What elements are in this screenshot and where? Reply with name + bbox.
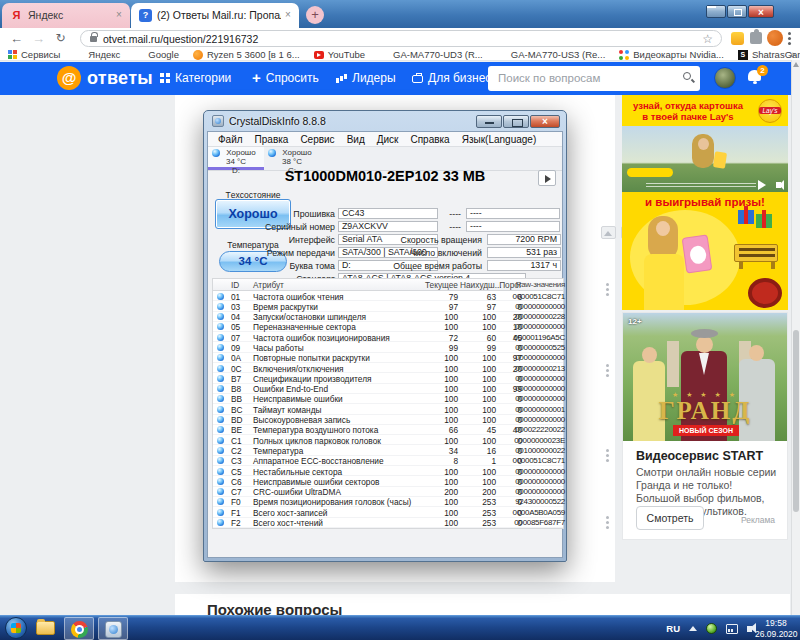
table-row[interactable]: 0AПовторные попытки раскрутки10010097000… xyxy=(213,353,563,363)
cdi-menu-item[interactable]: Язык(Language) xyxy=(456,134,543,145)
forward-icon[interactable]: → xyxy=(30,30,47,47)
cdi-menu-item[interactable]: Правка xyxy=(249,134,295,145)
play-icon[interactable] xyxy=(758,180,766,190)
otvety-logo[interactable]: @ ответы xyxy=(57,66,153,90)
table-row[interactable]: BCТаймаут команды1001000000000000001 xyxy=(213,404,563,414)
table-row[interactable]: C7CRC-ошибки UltraDMA2002000000000000000 xyxy=(213,487,563,497)
back-icon[interactable]: ← xyxy=(8,30,25,47)
speaker-icon[interactable] xyxy=(747,626,752,632)
table-row[interactable]: 0CВключения/отключения100100200000000002… xyxy=(213,363,563,373)
grand-poster-illustration[interactable]: ★ ★ ★ ★ ★ ГРАНД НОВЫЙ СЕЗОН 12+ xyxy=(623,313,787,441)
nav-leaders[interactable]: Лидеры xyxy=(336,71,396,85)
cdi-maximize-button[interactable] xyxy=(503,115,529,128)
watch-button[interactable]: Смотреть xyxy=(636,506,704,530)
table-row[interactable]: C1Полных циклов парковок головок10010000… xyxy=(213,435,563,445)
cell-worst: 1 xyxy=(460,456,496,466)
table-row[interactable]: 03Время раскрутки97970000000000000 xyxy=(213,301,563,311)
window-minimize-button[interactable] xyxy=(706,5,726,18)
start-button[interactable] xyxy=(5,617,27,639)
bookmark-item[interactable]: YouTube xyxy=(314,49,365,60)
bookmark-item[interactable]: GA-MA770-UD3 (R... xyxy=(379,49,483,60)
tray-app-icon[interactable] xyxy=(706,623,717,634)
chrome-icon xyxy=(71,621,88,638)
cdi-menu-item[interactable]: Диск xyxy=(371,134,405,145)
drive-tab[interactable]: Хорошо34 °CD: xyxy=(208,147,264,170)
table-row[interactable]: B8Ошибки End-to-End10010099000000000000 xyxy=(213,384,563,394)
table-row[interactable]: C5Нестабильные сектора100100000000000000… xyxy=(213,466,563,476)
cdi-menu-item[interactable]: Вид xyxy=(341,134,371,145)
cell-raw: 000000000525 xyxy=(507,343,565,352)
language-indicator[interactable]: RU xyxy=(666,623,680,634)
browser-tab-yandex[interactable]: Я Яндекс × xyxy=(2,3,130,28)
wallet-extension-icon[interactable] xyxy=(731,32,744,45)
bookmarks-overflow-chevron[interactable]: » xyxy=(789,49,795,60)
cdi-titlebar[interactable]: CrystalDiskInfo 8.8.8 xyxy=(212,115,326,127)
table-row[interactable]: 07Частота ошибок позиционирования7260450… xyxy=(213,332,563,342)
attachment-thumbnail[interactable] xyxy=(601,226,616,239)
mute-speaker-icon[interactable] xyxy=(776,182,781,188)
tab-close-icon[interactable]: × xyxy=(282,9,294,21)
table-row[interactable]: F1Всего хост-записей10025300000A5B0A059 xyxy=(213,507,563,517)
new-tab-button[interactable]: + xyxy=(306,6,324,24)
chrome-taskbar-button[interactable] xyxy=(64,617,94,640)
browser-menu-icon[interactable] xyxy=(788,32,791,35)
profile-avatar[interactable] xyxy=(767,30,783,46)
answer-menu-icon[interactable] xyxy=(606,283,609,286)
answer-menu-icon[interactable] xyxy=(606,449,609,452)
window-close-button[interactable]: × xyxy=(748,5,774,18)
table-row[interactable]: BEТемпература воздушного потока664540000… xyxy=(213,425,563,435)
drive-tab[interactable]: Хорошо38 °CC: xyxy=(264,147,320,170)
tab-close-icon[interactable]: × xyxy=(113,9,125,21)
table-row[interactable]: F2Всего хост-чтений1002530000085F687F7 xyxy=(213,518,563,528)
table-row[interactable]: 09Часы работы99990000000000525 xyxy=(213,342,563,352)
table-row[interactable]: BBНеисправимые ошибки1001000000000000000 xyxy=(213,394,563,404)
window-maximize-button[interactable] xyxy=(727,5,747,18)
user-avatar[interactable] xyxy=(714,67,736,89)
bookmark-item[interactable]: Видеокарты Nvidia... xyxy=(619,49,724,60)
tray-expand-arrow-icon[interactable] xyxy=(689,626,697,631)
cdi-close-button[interactable] xyxy=(530,115,560,128)
start-service-ad[interactable]: ★ ★ ★ ★ ★ ГРАНД НОВЫЙ СЕЗОН 12+ Видеосер… xyxy=(622,312,788,540)
table-row[interactable]: B7Спецификации производителя100100000000… xyxy=(213,373,563,383)
nav-categories[interactable]: Категории xyxy=(160,71,231,85)
search-icon[interactable] xyxy=(683,72,691,80)
table-row[interactable]: 04Запуски/остановки шпинделя100100200000… xyxy=(213,312,563,322)
bookmark-item[interactable]: Сервисы xyxy=(8,49,60,60)
table-row[interactable]: BDВысокоуровневая запись1001000000000000… xyxy=(213,415,563,425)
table-row[interactable]: C2Температура34160001000000022 xyxy=(213,445,563,455)
network-icon[interactable] xyxy=(726,624,738,634)
lays-ad-banner[interactable]: узнай, откуда картошка в твоей пачке Lay… xyxy=(622,95,788,310)
browser-tab-otvety-active[interactable]: ? (2) Ответы Mail.ru: Пропала па... × xyxy=(131,3,299,28)
scrollbar-up-arrow-icon[interactable] xyxy=(793,62,799,67)
address-bar[interactable]: otvet.mail.ru/question/221916732 ☆ xyxy=(80,30,722,47)
reload-icon[interactable]: ↻ xyxy=(52,30,69,47)
answer-menu-icon[interactable] xyxy=(606,516,609,519)
cdi-menu-item[interactable]: Сервис xyxy=(294,134,340,145)
table-row[interactable]: 01Частота ошибок чтения796360000051C8C71 xyxy=(213,291,563,301)
table-row[interactable]: C6Неисправимые ошибки секторов1001000000… xyxy=(213,476,563,486)
cdi-menu-item[interactable]: Файл xyxy=(212,134,249,145)
bookmark-item[interactable]: Яндекс xyxy=(74,49,120,60)
table-row[interactable]: C3Аппаратное ECC-восстановление810000005… xyxy=(213,456,563,466)
taskbar-clock[interactable]: 19:58 26.09.2020 xyxy=(755,618,797,639)
crystaldiskinfo-taskbar-button[interactable] xyxy=(98,617,128,640)
extensions-icon[interactable] xyxy=(750,32,762,44)
scrollbar-thumb[interactable] xyxy=(793,330,799,512)
answer-menu-icon[interactable] xyxy=(606,364,609,367)
page-scrollbar[interactable] xyxy=(791,60,800,615)
bookmark-item[interactable]: GA-MA770-US3 (Re... xyxy=(497,49,606,60)
lays-video-button[interactable] xyxy=(627,168,673,177)
bookmark-item[interactable]: Google xyxy=(134,49,179,60)
search-input[interactable]: Поиск по вопросам xyxy=(488,66,700,91)
cdi-minimize-button[interactable] xyxy=(476,115,502,128)
cell-attribute: Переназначенные сектора xyxy=(253,322,356,332)
bookmark-star-icon[interactable]: ☆ xyxy=(702,32,713,46)
table-row[interactable]: 05Переназначенные сектора100100100000000… xyxy=(213,322,563,332)
nav-ask[interactable]: + Спросить xyxy=(252,71,319,85)
nav-business[interactable]: Для бизнеса xyxy=(412,71,498,85)
cdi-menu-item[interactable]: Справка xyxy=(404,134,455,145)
table-row[interactable]: F0Время позиционирования головок (часы)1… xyxy=(213,497,563,507)
lays-video-still[interactable] xyxy=(622,126,788,192)
explorer-taskbar-icon[interactable] xyxy=(36,621,55,635)
bookmark-item[interactable]: Ryzen 5 3600 [в 1 6... xyxy=(193,49,300,60)
